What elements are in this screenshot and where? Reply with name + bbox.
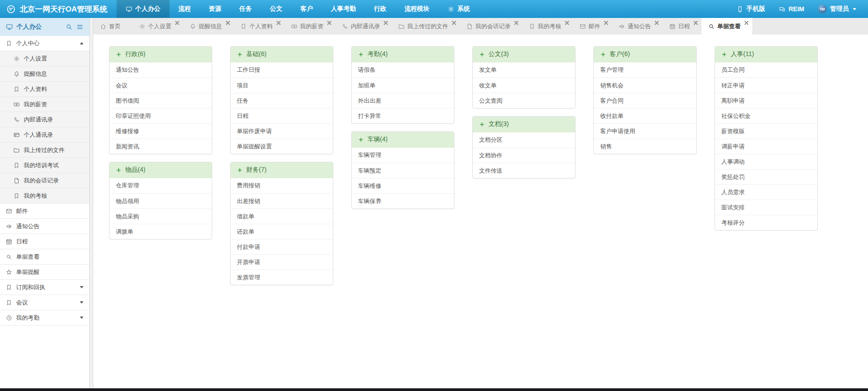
card-row[interactable]: 单据提醒设置 <box>231 139 333 154</box>
close-icon[interactable] <box>383 20 389 26</box>
card-header[interactable]: 客户(6) <box>594 47 696 62</box>
tab[interactable]: 日程 <box>663 18 702 35</box>
close-icon[interactable] <box>693 20 699 26</box>
tab[interactable]: 我上传过的文件 <box>392 18 460 35</box>
card-row[interactable]: 开票申请 <box>231 254 333 269</box>
tab[interactable]: 邮件 <box>573 18 612 35</box>
card-row[interactable]: 借款单 <box>231 209 333 224</box>
card-row[interactable]: 公文查阅 <box>473 93 575 108</box>
topnav-item[interactable]: 行政 <box>365 0 396 18</box>
card-row[interactable]: 维修报修 <box>109 123 212 139</box>
menu-icon[interactable] <box>76 23 83 30</box>
sidebar-item[interactable]: 内部通讯录 <box>0 112 89 127</box>
sidebar-item[interactable]: 个人通讯录 <box>0 127 89 143</box>
topnav-item[interactable]: 资源 <box>200 0 231 18</box>
tab[interactable]: 通知公告 <box>612 18 663 35</box>
topnav-item[interactable]: 流程模块 <box>396 0 439 18</box>
card-row[interactable]: 付款申请 <box>231 239 333 254</box>
card-row[interactable]: 加班单 <box>352 78 454 93</box>
card-row[interactable]: 客户管理 <box>594 62 696 78</box>
tab[interactable]: 我的会话记录 <box>460 18 522 35</box>
close-icon[interactable] <box>275 20 282 26</box>
sidebar-item[interactable]: 我的考核 <box>0 188 89 204</box>
card-row[interactable]: 客户合同 <box>594 93 696 108</box>
sidebar-item[interactable]: 我上传过的文件 <box>0 143 89 158</box>
tab[interactable]: 首页 <box>93 18 132 35</box>
card-row[interactable]: 通知公告 <box>109 62 212 78</box>
sidebar-item[interactable]: 通知公告 <box>0 219 89 234</box>
topnav-item[interactable]: 系统 <box>439 0 479 18</box>
close-icon[interactable] <box>603 20 609 26</box>
topnav-item[interactable]: 人事考勤 <box>322 0 365 18</box>
card-row[interactable]: 面试安排 <box>715 200 817 215</box>
sidebar-item[interactable]: 提醒信息 <box>0 66 89 82</box>
close-icon[interactable] <box>174 20 180 26</box>
card-row[interactable]: 印章证照使用 <box>109 108 212 123</box>
card-row[interactable]: 车辆保养 <box>352 193 454 209</box>
card-row[interactable]: 会议 <box>109 78 212 93</box>
topnav-item[interactable]: 流程 <box>170 0 200 18</box>
topnav-item[interactable]: 客户 <box>292 0 322 18</box>
card-row[interactable]: 文档分区 <box>473 132 575 148</box>
card-row[interactable]: 外出出差 <box>352 93 454 108</box>
sidebar-item[interactable]: 日程 <box>0 234 89 249</box>
card-row[interactable]: 费用报销 <box>231 178 333 193</box>
tab[interactable]: 内部通讯录 <box>335 18 392 35</box>
card-row[interactable]: 日程 <box>231 108 333 123</box>
card-header[interactable]: 基础(6) <box>231 47 333 62</box>
close-icon[interactable] <box>451 20 457 26</box>
card-row[interactable]: 发票管理 <box>231 269 333 285</box>
sidebar-item[interactable]: 会议 <box>0 295 89 310</box>
close-icon[interactable] <box>743 20 750 26</box>
sidebar-item[interactable]: 订阅和回执 <box>0 280 89 295</box>
card-row[interactable]: 单据作废申请 <box>231 123 333 139</box>
sidebar-item[interactable]: 我的培训考试 <box>0 158 89 173</box>
card-header[interactable]: 考勤(4) <box>352 47 454 62</box>
card-row[interactable]: 薪资模版 <box>715 123 817 139</box>
sidebar-item[interactable]: 个人设置 <box>0 51 89 66</box>
card-row[interactable]: 任务 <box>231 93 333 108</box>
card-row[interactable]: 考核评分 <box>715 215 817 230</box>
card-row[interactable]: 销售机会 <box>594 78 696 93</box>
card-row[interactable]: 工作日报 <box>231 62 333 78</box>
search-icon[interactable] <box>65 23 73 30</box>
card-row[interactable]: 收付款单 <box>594 108 696 123</box>
card-row[interactable]: 员工合同 <box>715 62 817 78</box>
sidebar-item[interactable]: 个人资料 <box>0 82 89 97</box>
card-row[interactable]: 车辆管理 <box>352 148 454 163</box>
close-icon[interactable] <box>654 20 660 26</box>
close-icon[interactable] <box>564 20 570 26</box>
card-header[interactable]: 文档(3) <box>473 117 575 132</box>
card-row[interactable]: 销售 <box>594 139 696 154</box>
card-row[interactable]: 人员需求 <box>715 184 817 200</box>
sidebar-item[interactable]: 个人中心 <box>0 36 89 51</box>
card-header[interactable]: 公文(3) <box>473 47 575 62</box>
close-icon[interactable] <box>513 20 519 26</box>
sidebar-splitter[interactable] <box>90 18 93 388</box>
card-row[interactable]: 车辆预定 <box>352 163 454 178</box>
topbar-right-item[interactable]: TM管理员 <box>818 4 856 13</box>
card-header[interactable]: 行政(6) <box>109 47 212 62</box>
close-icon[interactable] <box>326 20 332 26</box>
sidebar-item[interactable]: 我的会话记录 <box>0 173 89 188</box>
topnav-item[interactable]: 公文 <box>261 0 292 18</box>
sidebar-item[interactable]: 我的薪资 <box>0 97 89 112</box>
card-row[interactable]: 车辆维修 <box>352 178 454 193</box>
card-row[interactable]: 还款单 <box>231 224 333 239</box>
tab[interactable]: 我的考核 <box>522 18 573 35</box>
card-row[interactable]: 仓库管理 <box>109 178 212 193</box>
sidebar-item[interactable]: 单据提醒 <box>0 265 89 280</box>
sidebar-item[interactable]: 单据查看 <box>0 249 89 265</box>
card-row[interactable]: 收文单 <box>473 78 575 93</box>
card-row[interactable]: 图书借阅 <box>109 93 212 108</box>
topbar-right-item[interactable]: 手机版 <box>737 5 765 13</box>
topbar-right-item[interactable]: REIM <box>779 5 804 13</box>
card-row[interactable]: 社保公积金 <box>715 108 817 123</box>
sidebar-item[interactable]: 邮件 <box>0 204 89 219</box>
card-row[interactable]: 请假条 <box>352 62 454 78</box>
card-row[interactable]: 打卡异常 <box>352 108 454 123</box>
card-row[interactable]: 新闻资讯 <box>109 139 212 154</box>
card-row[interactable]: 调薪申请 <box>715 139 817 154</box>
topnav-item[interactable]: 个人办公 <box>117 0 170 18</box>
card-row[interactable]: 出差报销 <box>231 193 333 209</box>
